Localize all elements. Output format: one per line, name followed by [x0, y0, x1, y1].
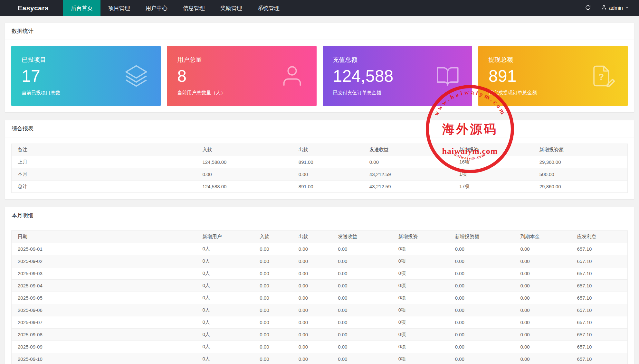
- column-header: 应发利息: [571, 231, 627, 243]
- table-cell: 0.00: [449, 267, 514, 280]
- user-menu[interactable]: admin: [597, 0, 639, 16]
- column-header: 新增投资额: [449, 231, 514, 243]
- refresh-icon: [585, 5, 591, 12]
- column-header: 发送收益: [363, 144, 453, 156]
- column-header: 新增投资: [453, 144, 533, 156]
- table-cell: 0项: [392, 267, 449, 280]
- table-cell: 657.10: [571, 243, 627, 255]
- column-header: 入款: [253, 231, 292, 243]
- table-cell: 2025-09-07: [12, 316, 196, 329]
- table-cell: 0项: [392, 316, 449, 329]
- table-cell: 657.10: [571, 304, 627, 316]
- table-cell: 2025-09-09: [12, 341, 196, 353]
- table-cell: 124,588.00: [196, 181, 292, 193]
- table-cell: 0人: [196, 329, 253, 341]
- column-header: 新增投资: [392, 231, 449, 243]
- table-cell: 上月: [12, 156, 196, 168]
- nav-item-home[interactable]: 后台首页: [63, 0, 100, 16]
- table-cell: 0人: [196, 267, 253, 280]
- table-cell: 2025-09-01: [12, 243, 196, 255]
- table-cell: 0.00: [363, 156, 453, 168]
- table-cell: 0项: [392, 243, 449, 255]
- table-cell: 0.00: [449, 292, 514, 304]
- table-row: 本月0.000.0043,212.591项500.00: [12, 168, 628, 181]
- nav-item-rewards[interactable]: 奖励管理: [213, 0, 250, 16]
- table-cell: 0项: [392, 255, 449, 267]
- table-cell: 0.00: [449, 329, 514, 341]
- username-label: admin: [609, 5, 623, 11]
- table-cell: 0.00: [514, 280, 571, 292]
- table-header-row: 备注入款出款发送收益新增投资新增投资额: [12, 144, 628, 156]
- table-cell: 29,360.00: [533, 156, 628, 168]
- stat-card-total-users: 用户总量 8 当前用户总数量（人）: [167, 46, 316, 106]
- nav-item-projects[interactable]: 项目管理: [100, 0, 138, 16]
- table-cell: 0.00: [292, 341, 332, 353]
- refresh-button[interactable]: [579, 0, 597, 16]
- column-header: 出款: [292, 231, 332, 243]
- monthly-detail-table: 日期新增用户入款出款发送收益新增投资新增投资额到期本金应发利息 2025-09-…: [11, 230, 628, 364]
- table-row: 2025-09-040人0.000.000.000项0.000.00657.10: [12, 280, 628, 292]
- stat-desc: 已完成提现订单总金额: [489, 90, 617, 96]
- table-row: 2025-09-100人0.000.000.000项0.000.00657.10: [12, 353, 628, 364]
- table-cell: 0.00: [514, 316, 571, 329]
- book-open-icon: [435, 64, 460, 88]
- table-cell: 0.00: [253, 341, 292, 353]
- table-cell: 0人: [196, 353, 253, 364]
- table-cell: 0.00: [514, 341, 571, 353]
- table-cell: 总计: [12, 181, 196, 193]
- nav-item-info[interactable]: 信息管理: [175, 0, 213, 16]
- table-cell: 657.10: [571, 280, 627, 292]
- stat-desc: 当前已投项目总数: [22, 90, 150, 96]
- stats-panel-title: 数据统计: [5, 23, 634, 40]
- top-navbar: Easycars 后台首页 项目管理 用户中心 信息管理 奖励管理 系统管理 a…: [0, 0, 639, 16]
- table-cell: 0项: [392, 280, 449, 292]
- stat-desc: 当前用户总数量（人）: [177, 90, 306, 96]
- table-cell: 0.00: [253, 316, 292, 329]
- monthly-detail-panel: 本月明细 日期新增用户入款出款发送收益新增投资新增投资额到期本金应发利息 202…: [5, 207, 634, 364]
- table-cell: 43,212.59: [363, 168, 453, 181]
- stat-card-total-recharge: 充值总额 124,588 已支付充值订单总金额: [323, 46, 472, 106]
- nav-item-system[interactable]: 系统管理: [250, 0, 287, 16]
- table-cell: 657.10: [571, 353, 627, 364]
- table-cell: 2025-09-10: [12, 353, 196, 364]
- table-row: 2025-09-010人0.000.000.000项0.000.00657.10: [12, 243, 628, 255]
- table-cell: 0.00: [292, 316, 332, 329]
- table-cell: 0.00: [449, 304, 514, 316]
- table-cell: 0人: [196, 280, 253, 292]
- stat-label: 提现总额: [489, 56, 617, 64]
- table-row: 2025-09-080人0.000.000.000项0.000.00657.10: [12, 329, 628, 341]
- column-header: 到期本金: [514, 231, 571, 243]
- table-cell: 657.10: [571, 255, 627, 267]
- table-cell: 0.00: [332, 341, 392, 353]
- table-cell: 2025-09-03: [12, 267, 196, 280]
- svg-text:?: ?: [599, 72, 604, 82]
- nav-item-users[interactable]: 用户中心: [138, 0, 175, 16]
- table-cell: 0.00: [196, 168, 292, 181]
- table-cell: 0.00: [332, 353, 392, 364]
- chevron-up-icon: [625, 5, 629, 11]
- table-cell: 0.00: [253, 304, 292, 316]
- table-row: 上月124,588.00891.000.0016项29,360.00: [12, 156, 628, 168]
- table-cell: 0.00: [514, 243, 571, 255]
- file-question-icon: ?: [591, 64, 615, 88]
- monthly-detail-panel-title: 本月明细: [5, 207, 634, 224]
- table-cell: 0.00: [253, 292, 292, 304]
- report-panel: 综合报表 备注入款出款发送收益新增投资新增投资额 上月124,588.00891…: [5, 120, 634, 199]
- table-cell: 0.00: [332, 243, 392, 255]
- table-cell: 124,588.00: [196, 156, 292, 168]
- table-cell: 0人: [196, 341, 253, 353]
- table-cell: 500.00: [533, 168, 628, 181]
- table-cell: 0.00: [332, 292, 392, 304]
- stat-label: 用户总量: [177, 56, 306, 64]
- table-cell: 43,212.59: [363, 181, 453, 193]
- column-header: 入款: [196, 144, 292, 156]
- table-cell: 657.10: [571, 316, 627, 329]
- table-cell: 0.00: [332, 255, 392, 267]
- stat-label: 已投项目: [22, 56, 150, 64]
- table-cell: 0.00: [253, 329, 292, 341]
- column-header: 新增投资额: [533, 144, 628, 156]
- column-header: 日期: [12, 231, 196, 243]
- table-cell: 17项: [453, 181, 533, 193]
- column-header: 新增用户: [196, 231, 253, 243]
- stat-card-invested-projects: 已投项目 17 当前已投项目总数: [11, 46, 161, 106]
